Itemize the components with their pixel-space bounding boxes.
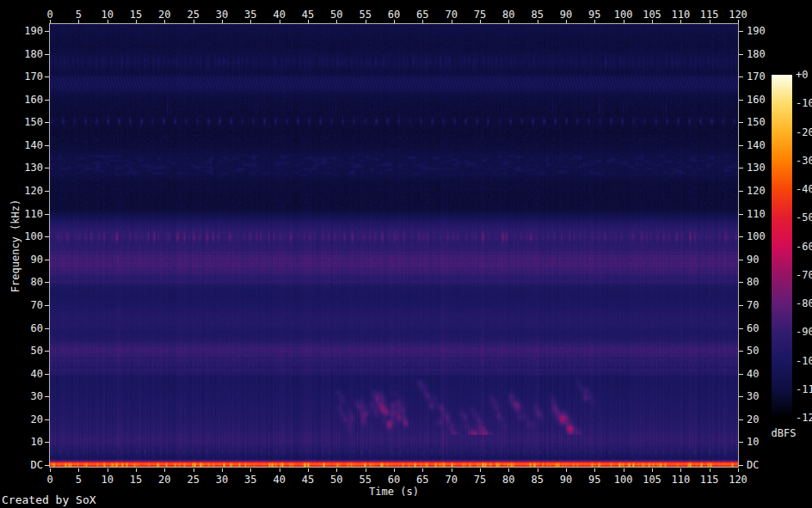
y-tick-label: 150: [2, 116, 43, 128]
y-tick-mark: [739, 396, 743, 397]
x-tick-mark: [194, 468, 194, 472]
colorbar-tick-label: -110: [796, 383, 812, 395]
y-tick-mark: [739, 31, 743, 32]
sox-spectrogram-screen: Time (s) Frequency (kHz) dBFS Created by…: [0, 0, 812, 508]
y-tick-label: 90: [747, 254, 759, 266]
colorbar-tick-label: +0: [796, 69, 812, 81]
x-tick-mark: [480, 468, 481, 472]
x-tick-mark: [566, 468, 567, 472]
y-tick-mark: [45, 465, 49, 466]
y-tick-label: DC: [2, 459, 43, 471]
y-tick-label: 10: [747, 436, 759, 448]
y-tick-mark: [45, 282, 49, 283]
y-tick-mark: [45, 214, 49, 215]
y-tick-label: 170: [747, 70, 766, 83]
y-tick-mark: [739, 191, 743, 192]
y-tick-label: 190: [747, 25, 766, 37]
y-tick-label: 80: [2, 276, 43, 288]
y-tick-label: 160: [2, 94, 43, 106]
x-tick-label: 120: [721, 9, 755, 21]
y-tick-mark: [45, 305, 49, 306]
y-tick-label: 60: [747, 322, 759, 334]
y-tick-mark: [45, 145, 49, 146]
y-tick-mark: [739, 374, 743, 375]
y-tick-mark: [45, 100, 49, 101]
y-tick-label: 130: [2, 162, 43, 174]
y-tick-label: 70: [2, 299, 43, 311]
x-tick-mark: [508, 468, 509, 472]
x-tick-mark: [336, 468, 337, 472]
y-tick-label: 170: [2, 70, 43, 83]
colorbar-unit-label: dBFS: [766, 427, 801, 439]
colorbar-tick-label: -100: [796, 355, 812, 367]
y-tick-mark: [739, 465, 743, 466]
x-tick-mark: [538, 468, 538, 472]
y-tick-label: 20: [2, 413, 43, 425]
y-tick-mark: [45, 328, 49, 329]
y-tick-label: 120: [747, 185, 766, 197]
x-axis-title: Time (s): [308, 486, 480, 498]
y-tick-mark: [739, 260, 743, 260]
y-tick-mark: [45, 77, 49, 77]
x-tick-mark: [624, 468, 624, 472]
y-tick-mark: [45, 191, 49, 192]
y-tick-label: 50: [2, 345, 43, 357]
x-tick-mark: [280, 468, 280, 472]
credit-text: Created by SoX: [2, 493, 96, 506]
colorbar-tick-label: -80: [796, 297, 812, 309]
y-tick-label: 50: [747, 345, 759, 357]
y-tick-mark: [739, 442, 743, 443]
y-tick-label: 140: [747, 139, 766, 151]
x-tick-mark: [680, 468, 681, 472]
x-tick-mark: [308, 468, 309, 472]
y-tick-mark: [739, 145, 743, 146]
colorbar-tick-label: -120: [796, 412, 812, 424]
colorbar-tick-label: -20: [796, 126, 812, 138]
y-tick-label: 110: [747, 208, 766, 220]
y-tick-label: 30: [2, 390, 43, 402]
y-tick-label: 110: [2, 208, 43, 220]
x-tick-mark: [452, 468, 452, 472]
y-tick-mark: [739, 282, 743, 283]
y-tick-mark: [739, 328, 743, 329]
colorbar-tick-label: -10: [796, 97, 812, 109]
y-tick-mark: [45, 260, 49, 260]
y-tick-label: 30: [747, 390, 759, 402]
y-tick-mark: [739, 168, 743, 168]
y-tick-mark: [45, 122, 49, 123]
colorbar-tick-label: -50: [796, 211, 812, 223]
x-tick-label: 120: [721, 474, 755, 486]
x-tick-mark: [164, 468, 165, 472]
y-tick-label: 40: [2, 368, 43, 380]
x-tick-mark: [78, 468, 79, 472]
y-tick-label: 60: [2, 322, 43, 334]
y-tick-label: 180: [2, 48, 43, 60]
y-tick-label: 40: [747, 368, 759, 380]
x-tick-mark: [222, 468, 223, 472]
colorbar-tick-label: -60: [796, 241, 812, 253]
y-axis-title: Frequency (kHz): [9, 177, 22, 315]
x-tick-mark: [652, 468, 653, 472]
y-tick-mark: [739, 236, 743, 237]
y-tick-label: 100: [747, 230, 766, 242]
colorbar-gradient: [772, 75, 792, 418]
x-tick-mark: [108, 468, 108, 472]
y-tick-mark: [739, 419, 743, 420]
y-tick-mark: [45, 419, 49, 420]
y-tick-mark: [739, 305, 743, 306]
y-tick-label: 140: [2, 139, 43, 151]
y-tick-label: 150: [747, 116, 766, 128]
y-tick-label: 160: [747, 94, 766, 106]
y-tick-mark: [739, 122, 743, 123]
y-tick-mark: [739, 54, 743, 55]
y-tick-mark: [45, 374, 49, 375]
y-tick-mark: [45, 31, 49, 32]
x-tick-mark: [136, 468, 137, 472]
spectrogram-canvas: [50, 24, 738, 467]
y-tick-label: 180: [747, 48, 766, 60]
x-tick-mark: [738, 468, 739, 472]
y-tick-mark: [739, 100, 743, 101]
y-tick-mark: [739, 351, 743, 352]
y-tick-mark: [739, 214, 743, 215]
x-tick-mark: [50, 468, 51, 472]
